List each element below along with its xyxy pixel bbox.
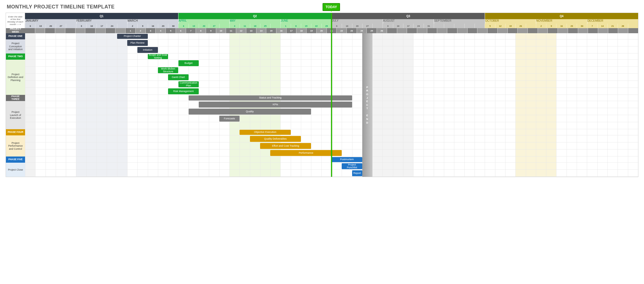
today-flag: TODAY <box>323 3 340 11</box>
date-cell: 20 <box>46 24 56 28</box>
date-cell: 13 <box>189 24 199 28</box>
project-week-cell: 17 <box>286 28 296 33</box>
date-cell: 6 <box>332 24 342 28</box>
date-cell: 17 <box>97 24 107 28</box>
date-cell <box>454 24 464 28</box>
project-week-cell <box>25 28 35 33</box>
date-cell: 6 <box>25 24 35 28</box>
date-cell: 7 <box>587 24 597 28</box>
date-cell: 23 <box>158 24 168 28</box>
project-week-cell <box>507 28 518 33</box>
task-bar[interactable]: Quality Deliverables <box>250 136 301 142</box>
date-cell <box>270 24 280 28</box>
task-bar[interactable]: Quality <box>189 109 311 115</box>
quarter-header-row: Enter the date of the first Monday of ea… <box>6 13 638 28</box>
project-end-column: PROJECT END <box>362 33 372 177</box>
month-header: AUGUST <box>383 19 434 24</box>
task-bar[interactable]: Project Charter <box>117 34 148 39</box>
project-week-cell <box>407 28 417 33</box>
date-cell: 30 <box>577 24 587 28</box>
phase-header: PHASE FOUR <box>6 129 25 135</box>
project-week-cell <box>568 28 578 33</box>
project-week-cell <box>427 28 437 33</box>
task-bar[interactable]: Postmortem <box>332 157 362 162</box>
project-week-cell <box>55 28 65 33</box>
project-week-cell <box>387 28 397 33</box>
task-bar[interactable]: Risk Management <box>168 88 199 94</box>
date-cell: 21 <box>607 24 618 28</box>
task-bar[interactable]: Objective Execution <box>240 130 291 135</box>
project-week-cell <box>75 28 85 33</box>
task-bar[interactable]: Performance <box>270 150 342 156</box>
phase-group-label: Project Close <box>6 163 25 177</box>
instruction-cell: Enter the date of the first Monday of ea… <box>6 13 25 28</box>
date-cell: 6 <box>178 24 188 28</box>
task-bar[interactable]: Effort and Cost Tracking <box>260 143 311 149</box>
project-week-cell <box>95 28 105 33</box>
project-week-cell <box>538 28 548 33</box>
date-cell: 2 <box>536 24 546 28</box>
project-week-cell: 4 <box>155 28 166 33</box>
phase-header: PHASE THREE <box>6 95 25 101</box>
date-cell: 28 <box>618 24 628 28</box>
date-cell: 3 <box>383 24 393 28</box>
project-week-cell <box>608 28 618 33</box>
project-week-cell <box>65 28 75 33</box>
task-bar[interactable]: Communication Plan <box>178 81 199 87</box>
project-week-cell: 15 <box>266 28 276 33</box>
quarter-header: Q4 <box>485 13 638 19</box>
project-week-cell <box>558 28 568 33</box>
date-cell: 27 <box>362 24 372 28</box>
date-cell <box>372 24 383 28</box>
task-bar[interactable]: Plan Review <box>127 40 148 46</box>
task-bar[interactable]: Gantt Chart <box>168 74 189 80</box>
date-cell: 29 <box>321 24 332 28</box>
task-bar[interactable]: Project Punchlist <box>342 163 362 169</box>
phase-group-label: Project Performance and Control <box>6 135 25 156</box>
date-cell <box>526 24 536 28</box>
month-header: MAY <box>229 19 281 24</box>
date-cell: 26 <box>515 24 526 28</box>
month-header: JULY <box>332 19 383 24</box>
date-cell: 17 <box>403 24 413 28</box>
project-week-cell: 3 <box>146 28 156 33</box>
task-bar[interactable]: KPIs <box>199 102 352 108</box>
quarter-header: Q3 <box>332 13 485 19</box>
gantt-chart: Enter the date of the first Monday of ea… <box>6 13 638 177</box>
phase-header: PHASE TWO <box>6 53 25 60</box>
project-week-cell: 16 <box>276 28 286 33</box>
project-week-cell <box>618 28 628 33</box>
date-cell: 16 <box>148 24 158 28</box>
month-header: OCTOBER <box>485 19 536 24</box>
project-week-cell <box>397 28 407 33</box>
date-cell <box>444 24 454 28</box>
task-bar[interactable]: Work Bkdwn Structure <box>158 67 178 73</box>
task-bar[interactable]: Forecasts <box>219 116 240 122</box>
project-week-cell <box>467 28 477 33</box>
date-cell: 5 <box>485 24 495 28</box>
task-bar[interactable]: Budget <box>178 60 199 66</box>
phase-group-label: Project Definition and Planning <box>6 60 25 95</box>
month-header: DECEMBER <box>587 19 638 24</box>
month-header: APRIL <box>178 19 230 24</box>
project-week-cell: 11 <box>226 28 236 33</box>
project-week-cell: 1 <box>125 28 135 33</box>
task-bar[interactable]: Status and Tracking <box>189 95 352 100</box>
project-week-cell <box>105 28 115 33</box>
date-cell <box>628 24 638 28</box>
task-bar[interactable]: Report <box>352 170 362 176</box>
date-cell: 22 <box>311 24 321 28</box>
date-cell: 11 <box>240 24 250 28</box>
task-bar[interactable]: Scope and Goal Setting <box>148 54 168 59</box>
project-week-cell: 20 <box>316 28 327 33</box>
task-bar[interactable]: Initiation <box>137 47 158 53</box>
project-week-cell <box>85 28 95 33</box>
project-week-cell: 7 <box>186 28 196 33</box>
project-week-cell <box>477 28 487 33</box>
project-week-cell <box>417 28 427 33</box>
project-week-cell: 26 <box>377 28 387 33</box>
project-week-cell <box>598 28 608 33</box>
date-cell: 27 <box>56 24 66 28</box>
date-cell: 9 <box>546 24 556 28</box>
date-cell: 2 <box>127 24 137 28</box>
